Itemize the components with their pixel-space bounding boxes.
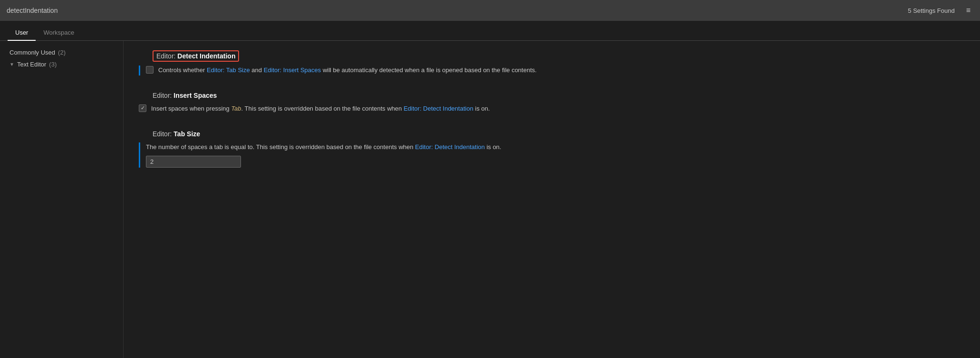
tabs-bar: User Workspace: [0, 21, 980, 41]
setting-tab-size: ⚙ Editor: Tab Size The number of spaces …: [139, 129, 965, 168]
sidebar-item-commonly-used[interactable]: Commonly Used (2): [0, 47, 123, 58]
setting-description-detect-indentation: Controls whether Editor: Tab Size and Ed…: [158, 66, 537, 75]
setting-detect-indentation: ⚙ Editor: Detect Indentation Controls wh…: [139, 50, 965, 75]
tab-workspace[interactable]: Workspace: [36, 25, 82, 41]
sidebar-item-text-editor[interactable]: ▼ Text Editor (3): [0, 58, 123, 70]
sidebar-item-label: Commonly Used: [10, 49, 55, 56]
link-detect-indentation-tab[interactable]: Editor: Detect Indentation: [415, 143, 485, 151]
gear-icon: ⚙: [140, 130, 146, 138]
tab-size-input[interactable]: [146, 156, 241, 168]
tab-key-label: Tab: [231, 105, 241, 112]
link-detect-indentation[interactable]: Editor: Detect Indentation: [404, 105, 473, 112]
detect-indentation-checkbox[interactable]: [146, 66, 154, 74]
insert-spaces-checkbox[interactable]: ✓: [139, 104, 146, 112]
sidebar-item-label: Text Editor: [17, 61, 46, 68]
content-area: ⚙ Editor: Detect Indentation Controls wh…: [124, 41, 980, 358]
setting-tab-size-content: The number of spaces a tab is equal to. …: [139, 142, 965, 168]
setting-content: Controls whether Editor: Tab Size and Ed…: [139, 66, 965, 75]
link-tab-size[interactable]: Editor: Tab Size: [207, 66, 250, 74]
tab-user[interactable]: User: [8, 25, 36, 41]
checkbox-row: Controls whether Editor: Tab Size and Ed…: [146, 66, 965, 75]
sidebar-item-count: (3): [49, 61, 57, 68]
sidebar-item-count: (2): [58, 49, 66, 56]
checkmark-icon: ✓: [141, 105, 145, 111]
setting-insert-spaces: ⚙ Editor: Insert Spaces ✓ Insert spaces …: [139, 91, 965, 114]
filter-icon-button[interactable]: ≡: [963, 5, 973, 16]
gear-icon: ⚙: [140, 92, 146, 99]
gear-icon: ⚙: [140, 52, 146, 60]
sidebar: Commonly Used (2) ▼ Text Editor (3): [0, 41, 124, 358]
setting-header: ⚙ Editor: Detect Indentation: [139, 50, 965, 62]
main-layout: Commonly Used (2) ▼ Text Editor (3) ⚙ Ed…: [0, 41, 980, 358]
setting-title-tab-size: Editor: Tab Size: [153, 130, 200, 138]
chevron-down-icon: ▼: [10, 62, 14, 67]
setting-header: ⚙ Editor: Tab Size: [139, 129, 965, 139]
setting-description-tab-size: The number of spaces a tab is equal to. …: [146, 143, 501, 151]
checkbox-row-insert-spaces: ✓ Insert spaces when pressing Tab. This …: [139, 104, 965, 114]
search-input[interactable]: detectIndentation: [7, 7, 899, 14]
setting-title-insert-spaces: Editor: Insert Spaces: [153, 92, 217, 99]
search-results-badge: 5 Settings Found: [904, 6, 958, 16]
setting-description-insert-spaces: Insert spaces when pressing Tab. This se…: [151, 104, 490, 114]
setting-header: ⚙ Editor: Insert Spaces: [139, 91, 965, 100]
link-insert-spaces[interactable]: Editor: Insert Spaces: [264, 66, 321, 74]
filter-icon: ≡: [966, 6, 970, 15]
search-bar: detectIndentation 5 Settings Found ≡: [0, 0, 980, 21]
setting-title-detect-indentation: Editor: Detect Indentation: [153, 50, 239, 62]
